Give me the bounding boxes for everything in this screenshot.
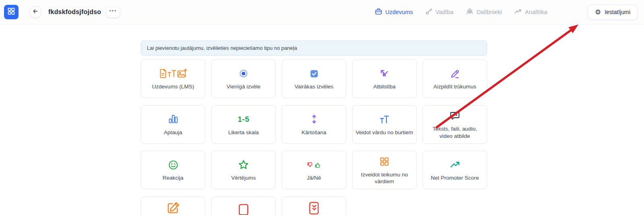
thumbs-up-icon bbox=[314, 162, 321, 168]
nav-tab-label: Dalībnieki bbox=[477, 9, 502, 15]
card-label: Net Promoter Score bbox=[428, 174, 481, 181]
card-label: Likerta skala bbox=[226, 129, 261, 136]
card-ja-ne[interactable]: Jā/Nē bbox=[282, 151, 346, 189]
pencil-underscore-icon bbox=[450, 67, 460, 80]
card-izveidot-teikumu-no-vardiem[interactable]: Izveidot teikumu no vārdiem bbox=[352, 151, 417, 189]
scroll-chevrons-icon bbox=[307, 202, 321, 215]
card-label: Vienīgā izvēle bbox=[224, 83, 263, 90]
card-likerta-skala[interactable]: 1-5 Likerta skala bbox=[211, 105, 276, 144]
question-type-grid: Uzdevums (LMS) Vienīgā izvēle Vairākas i… bbox=[141, 59, 487, 215]
card-aizpildit-trukumus[interactable]: Aizpildīt trūkumus bbox=[423, 59, 487, 98]
card-label: Vairākas izvēles bbox=[292, 83, 336, 90]
card-label: Kārtošana bbox=[299, 129, 329, 136]
nav-tab-dalibnieki[interactable]: Dalībnieki bbox=[466, 8, 502, 17]
nav-tab-label: Vadība bbox=[436, 9, 454, 15]
card-net-promoter-score[interactable]: Net Promoter Score bbox=[423, 151, 487, 189]
top-bar: fkdskfodsjfojdso ··· Uzdevums Vadība bbox=[0, 0, 644, 25]
briefcase-icon bbox=[375, 8, 382, 16]
trend-up-icon bbox=[450, 158, 460, 171]
card-label: Reakcija bbox=[160, 174, 186, 181]
card-vertejums[interactable]: Vērtējums bbox=[211, 151, 276, 189]
radio-icon bbox=[239, 67, 248, 80]
card-uzdevums-lms[interactable]: Uzdevums (LMS) bbox=[141, 59, 205, 98]
thumbs-up-down-icon bbox=[307, 158, 321, 171]
card-partial-1[interactable] bbox=[141, 197, 205, 215]
card-label: Uzdevums (LMS) bbox=[150, 83, 196, 90]
card-veidot-vardu-no-burtiem[interactable]: Veidot vārdu no burtiem bbox=[352, 105, 417, 144]
trend-up-icon bbox=[514, 8, 522, 17]
settings-button[interactable]: ⚙ Iestatījumi bbox=[588, 5, 638, 20]
card-aptauja[interactable]: Aptauja bbox=[141, 105, 205, 144]
thumbs-down-icon bbox=[307, 162, 314, 168]
smiley-icon bbox=[168, 158, 179, 171]
key-icon bbox=[425, 8, 433, 16]
card-vairakas-izveles[interactable]: Vairākas izvēles bbox=[282, 59, 346, 98]
card-label: Aizpildīt trūkumus bbox=[431, 83, 479, 90]
card-teksts-faili-audio-video-atbilde[interactable]: Teksts, faili, audio, video atbilde bbox=[423, 105, 487, 144]
card-label: Izveidot teikumu no vārdiem bbox=[353, 171, 416, 185]
card-label: Aptauja bbox=[161, 129, 185, 136]
card-kartosana[interactable]: Kārtošana bbox=[282, 105, 346, 144]
card-outline-icon bbox=[236, 202, 251, 215]
card-partial-3[interactable] bbox=[282, 197, 346, 215]
star-icon bbox=[238, 158, 249, 171]
people-icon bbox=[466, 8, 474, 17]
card-atbilstiba[interactable]: Atbilstība bbox=[352, 59, 417, 98]
match-arrows-icon bbox=[379, 67, 390, 80]
likert-scale-badge: 1-5 bbox=[238, 115, 250, 124]
checkbox-icon bbox=[310, 67, 319, 80]
card-label: Veidot vārdu no burtiem bbox=[353, 129, 416, 136]
app-grid-button[interactable] bbox=[4, 5, 19, 19]
letters-tT-icon bbox=[379, 113, 390, 126]
card-label: Vērtējums bbox=[229, 174, 258, 181]
nav-tab-label: Uzdevums bbox=[385, 9, 413, 15]
main-nav: Uzdevums Vadība Dalībnieki bbox=[375, 8, 547, 17]
nav-tab-analitika[interactable]: Analītika bbox=[514, 8, 547, 17]
edit-box-icon bbox=[166, 202, 180, 215]
gear-icon: ⚙ bbox=[595, 9, 601, 16]
arrow-left-icon bbox=[32, 8, 39, 16]
nav-tab-vadiba[interactable]: Vadība bbox=[425, 8, 454, 16]
speech-bubble-icon bbox=[450, 109, 460, 122]
app-grid-icon bbox=[7, 7, 15, 17]
sort-arrows-icon bbox=[309, 113, 319, 126]
card-label: Teksts, faili, audio, video atbilde bbox=[423, 125, 487, 139]
card-partial-2[interactable] bbox=[211, 197, 276, 215]
card-label: Jā/Nē bbox=[304, 174, 323, 181]
document-text-image-icon bbox=[158, 67, 188, 80]
card-label: Atbilstība bbox=[371, 83, 398, 90]
page-title: fkdskfodsjfojdso bbox=[48, 8, 101, 16]
settings-button-label: Iestatījumi bbox=[605, 9, 630, 15]
card-reakcija[interactable]: Reakcija bbox=[141, 151, 205, 189]
more-options-button[interactable]: ··· bbox=[106, 7, 120, 17]
nav-tab-uzdevums[interactable]: Uzdevums bbox=[375, 8, 413, 16]
bar-chart-icon bbox=[168, 113, 179, 126]
card-vieniga-izvele[interactable]: Vienīgā izvēle bbox=[211, 59, 276, 98]
grid-squares-icon bbox=[379, 155, 390, 168]
back-button[interactable] bbox=[29, 6, 41, 18]
question-type-panel: Lai pievienotu jautājumu, izvēlieties ne… bbox=[0, 41, 644, 215]
info-banner: Lai pievienotu jautājumu, izvēlieties ne… bbox=[141, 41, 487, 55]
nav-tab-label: Analītika bbox=[525, 9, 547, 15]
